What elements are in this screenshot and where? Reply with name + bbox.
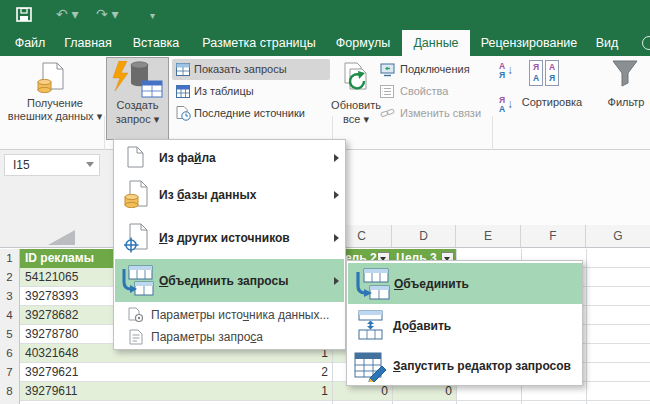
from-database-icon: [124, 180, 150, 210]
properties-button[interactable]: Свойства: [378, 81, 490, 102]
tab-insert[interactable]: Вставка: [126, 30, 186, 56]
menu-item-label: Из файла: [159, 150, 216, 166]
menu-item-label: Из базы данных: [159, 187, 256, 203]
submenu-arrow-icon: [334, 277, 339, 285]
row-header-1[interactable]: 1: [0, 249, 20, 268]
menu-item-combine-queries[interactable]: Объединить запросы: [115, 259, 344, 302]
sort-label: Сортировка: [509, 96, 595, 109]
submenu-arrow-icon: [334, 234, 339, 242]
tell-me-icon[interactable]: [642, 36, 650, 50]
cell-b7[interactable]: 2: [240, 363, 328, 382]
get-external-data-button[interactable]: Получение внешних данных ▾: [6, 58, 104, 144]
column-header-f[interactable]: F: [521, 225, 586, 248]
sort-box-letter: А: [533, 73, 539, 84]
row-header-2[interactable]: 2: [0, 268, 20, 287]
menu-item-from-database[interactable]: Из базы данных: [114, 173, 345, 216]
cell-a7[interactable]: 39279621: [25, 363, 225, 382]
sort-icon-box-left: Я А: [529, 60, 543, 86]
external-data-icon: [36, 62, 68, 96]
merge-icon: [354, 268, 390, 301]
menu-item-label: Параметры источника данных...: [151, 307, 329, 323]
sort-dialog-button[interactable]: Я А А Я Сортировка: [515, 58, 601, 118]
menu-item-data-source-settings[interactable]: Параметры источника данных...: [114, 304, 345, 326]
recent-sources-label: Последние источники: [194, 103, 305, 123]
row-header-4[interactable]: 4: [0, 306, 20, 325]
properties-label: Свойства: [400, 81, 448, 101]
tab-formulas[interactable]: Формулы: [328, 30, 398, 56]
properties-icon: [380, 85, 394, 98]
from-table-label: Из таблицы: [194, 81, 254, 101]
submenu-item-label: Запустить редактор запросов: [393, 358, 571, 374]
tab-home[interactable]: Главная: [58, 30, 118, 56]
submenu-item-merge[interactable]: Объединить: [348, 263, 582, 304]
new-query-icon: [111, 61, 165, 99]
show-queries-button[interactable]: Показать запросы: [172, 59, 330, 80]
show-queries-label: Показать запросы: [194, 59, 287, 79]
select-all-icon[interactable]: [48, 230, 75, 245]
menu-item-other-sources[interactable]: Из других источников: [114, 216, 345, 259]
sort-box-letter: Я: [533, 62, 539, 73]
title-bar: ↶ ▾ ↷ ▾ ▾: [0, 0, 650, 30]
show-queries-icon: [176, 63, 190, 76]
row-header-3[interactable]: 3: [0, 287, 20, 306]
tab-data[interactable]: Данные: [402, 30, 470, 56]
redo-icon[interactable]: ↷ ▾: [96, 7, 119, 21]
get-external-label-2: внешних данных ▾: [6, 110, 104, 123]
query-options-icon: [128, 329, 144, 345]
cell-b8[interactable]: 1: [240, 382, 328, 401]
sort-box-letter: Я: [549, 73, 555, 84]
edit-links-label: Изменить связи: [400, 103, 481, 123]
filter-funnel-icon: [612, 60, 638, 88]
combine-queries-icon: [120, 265, 154, 297]
connections-button[interactable]: Подключения: [378, 59, 490, 80]
recent-sources-icon: [176, 106, 191, 121]
column-header-e[interactable]: E: [456, 225, 521, 248]
qat-customize-icon[interactable]: ▾: [150, 9, 155, 23]
menu-item-query-options[interactable]: Параметры запроса: [114, 326, 345, 348]
combine-queries-submenu: Объединить Добавить: [346, 260, 583, 386]
refresh-label-2: все ▾: [330, 113, 382, 126]
tab-view[interactable]: Вид: [586, 30, 628, 56]
data-source-settings-icon: [128, 307, 144, 323]
get-external-label-1: Получение: [6, 97, 104, 110]
from-table-icon: [176, 85, 190, 98]
row-header-6[interactable]: 6: [0, 344, 20, 363]
tab-page-layout[interactable]: Разметка страницы: [194, 30, 324, 56]
filter-button[interactable]: Фильтр: [602, 58, 650, 118]
tab-review[interactable]: Рецензирование: [474, 30, 584, 56]
ribbon-tab-row: Файл Главная Вставка Разметка страницы Ф…: [0, 30, 650, 56]
name-box-dropdown-icon[interactable]: [86, 162, 94, 167]
submenu-item-append[interactable]: Добавить: [347, 304, 582, 346]
submenu-arrow-icon: [334, 191, 339, 199]
connections-label: Подключения: [400, 59, 470, 79]
recent-sources-button[interactable]: Последние источники: [172, 103, 330, 124]
column-header-g[interactable]: G: [586, 225, 650, 248]
new-query-label-2: запрос ▾: [107, 113, 168, 126]
menu-item-from-file[interactable]: Из файла: [114, 142, 345, 173]
menu-item-label: Из других источников: [159, 230, 290, 246]
cell-a8[interactable]: 39279611: [25, 382, 225, 401]
submenu-item-label: Добавить: [393, 318, 451, 334]
from-file-icon: [127, 146, 144, 168]
edit-links-icon: [380, 107, 395, 120]
sort-box-letter: А: [549, 62, 555, 73]
menu-item-label: Параметры запроса: [151, 329, 263, 345]
excel-window: ↶ ▾ ↷ ▾ ▾ Файл Главная Вставка Разметка …: [0, 0, 650, 404]
edit-links-button[interactable]: Изменить связи: [378, 103, 490, 124]
row-header-7[interactable]: 7: [0, 363, 20, 382]
menu-item-label: Объединить запросы: [159, 273, 288, 289]
column-header-d[interactable]: D: [392, 225, 456, 248]
new-query-label-1: Создать: [107, 99, 168, 112]
ribbon: Получение внешних данных ▾ Создать запро…: [0, 56, 650, 150]
new-query-button[interactable]: Создать запрос ▾: [106, 57, 169, 140]
refresh-all-button[interactable]: Обновить все ▾: [334, 58, 378, 144]
row-header-5[interactable]: 5: [0, 325, 20, 344]
undo-icon[interactable]: ↶ ▾: [56, 7, 79, 21]
submenu-item-launch-query-editor[interactable]: Запустить редактор запросов: [347, 346, 582, 385]
row-header-8[interactable]: 8: [0, 382, 20, 401]
save-icon[interactable]: [16, 7, 32, 22]
submenu-arrow-icon: [334, 154, 339, 162]
sort-desc-letter-a: А: [499, 105, 505, 114]
tab-file[interactable]: Файл: [8, 30, 52, 56]
from-table-button[interactable]: Из таблицы: [172, 81, 330, 102]
